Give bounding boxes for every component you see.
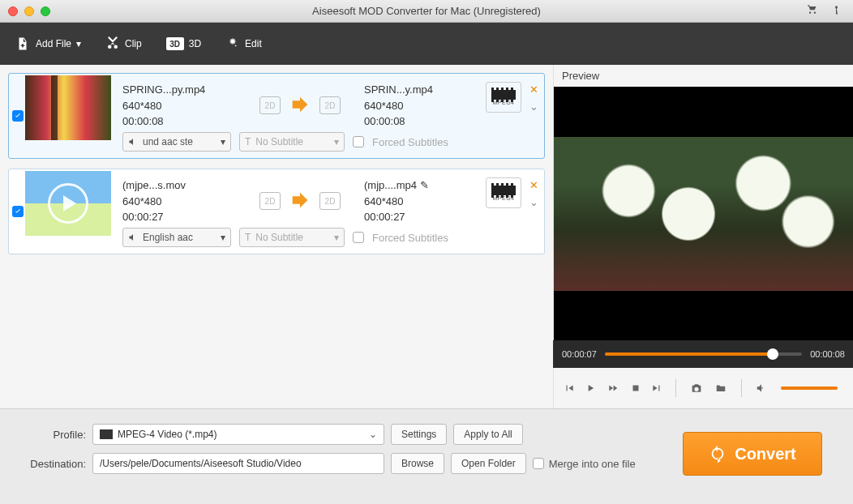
open-folder-button[interactable]: Open Folder [451, 453, 526, 474]
prev-icon[interactable] [564, 382, 575, 394]
chevron-down-icon: ▾ [334, 232, 339, 243]
2d-badge-src: 2D [259, 192, 281, 210]
preview-video[interactable] [553, 87, 853, 340]
source-filename: (mjpe...s.mov [122, 177, 236, 194]
convert-button[interactable]: Convert [683, 432, 822, 476]
source-filename: SPRING...py.mp4 [122, 82, 236, 98]
output-profile-icon[interactable]: MPEG4 [486, 177, 521, 208]
source-meta: SPRING...py.mp4 640*480 00:00:08 [122, 82, 236, 129]
play-overlay-icon [48, 183, 88, 224]
minimize-window[interactable] [24, 6, 34, 16]
edit-button[interactable]: Edit [225, 36, 262, 51]
stop-icon[interactable] [630, 382, 641, 394]
seek-slider[interactable] [605, 352, 802, 356]
item-checkbox[interactable] [11, 171, 25, 252]
expand-item-icon[interactable]: ⌄ [529, 100, 538, 113]
add-file-label: Add File [36, 38, 71, 49]
current-time: 00:00:07 [562, 349, 597, 359]
add-file-button[interactable]: Add File ▾ [15, 36, 81, 51]
bottom-panel: Profile: MPEG-4 Video (*.mp4) ⌄ Settings… [0, 408, 853, 504]
chevron-down-icon: ▾ [221, 136, 225, 147]
source-resolution: 640*480 [122, 98, 236, 114]
fast-forward-icon[interactable] [606, 382, 620, 394]
arrow-right-icon [285, 93, 315, 118]
arrow-right-icon [285, 189, 315, 214]
merge-label: Merge into one file [549, 458, 636, 470]
dest-meta: (mjp....mp4 ✎ 640*480 00:00:27 [364, 177, 478, 224]
audio-track-select[interactable]: und aac ste ▾ [122, 132, 231, 152]
browse-button[interactable]: Browse [391, 453, 444, 474]
toolbar: Add File ▾ Clip 3D 3D Edit [0, 23, 853, 65]
dest-resolution: 640*480 [364, 194, 478, 210]
source-duration: 00:00:27 [122, 209, 236, 225]
close-window[interactable] [8, 6, 18, 16]
three-d-label: 3D [189, 38, 201, 49]
file-item[interactable]: (mjpe...s.mov 640*480 00:00:27 2D 2D (mj… [8, 169, 545, 254]
destination-label: Destination: [16, 458, 86, 470]
merge-checkbox[interactable] [533, 458, 544, 469]
snapshot-icon[interactable] [689, 382, 704, 395]
preview-label: Preview [553, 65, 853, 87]
remove-item-icon[interactable]: ✕ [529, 179, 538, 191]
volume-icon[interactable] [755, 382, 768, 394]
dest-meta: SPRIN...y.mp4 640*480 00:00:08 [364, 82, 478, 129]
dest-filename: SPRIN...y.mp4 [364, 82, 478, 98]
total-time: 00:00:08 [810, 349, 845, 359]
dest-resolution: 640*480 [364, 98, 478, 114]
window-controls [0, 6, 50, 16]
settings-button[interactable]: Settings [391, 424, 447, 445]
edit-name-icon[interactable]: ✎ [420, 179, 429, 191]
titlebar: Aiseesoft MOD Converter for Mac (Unregis… [0, 0, 853, 23]
output-profile-icon[interactable]: MPEG4 [486, 82, 521, 113]
profile-select[interactable]: MPEG-4 Video (*.mp4) ⌄ [92, 424, 384, 445]
apply-all-button[interactable]: Apply to All [453, 424, 522, 445]
source-duration: 00:00:08 [122, 113, 236, 130]
chevron-down-icon: ▾ [334, 136, 339, 147]
thumbnail[interactable] [25, 75, 111, 140]
zoom-window[interactable] [41, 6, 50, 16]
2d-badge-dst: 2D [319, 96, 341, 114]
profile-label: Profile: [16, 429, 86, 441]
audio-track-select[interactable]: English aac ▾ [122, 228, 231, 247]
clip-label: Clip [125, 38, 142, 49]
subtitle-select[interactable]: T No Subtitle ▾ [239, 228, 345, 247]
volume-slider[interactable] [781, 387, 838, 390]
forced-subtitles-checkbox[interactable] [353, 136, 364, 147]
preview-panel: Preview 00:00:07 00:00:08 [553, 65, 853, 408]
add-file-dropdown-icon[interactable]: ▾ [76, 38, 81, 49]
subtitle-select[interactable]: T No Subtitle ▾ [239, 132, 345, 152]
remove-item-icon[interactable]: ✕ [529, 83, 538, 96]
dest-duration: 00:00:27 [364, 209, 478, 225]
dest-duration: 00:00:08 [364, 113, 478, 130]
three-d-button[interactable]: 3D 3D [166, 37, 201, 50]
dest-filename: (mjp....mp4 [364, 179, 417, 191]
seek-handle[interactable] [767, 348, 778, 360]
play-icon[interactable] [585, 382, 596, 394]
edit-label: Edit [245, 38, 262, 49]
key-icon[interactable] [832, 3, 842, 19]
destination-input[interactable]: /Users/pele/Documents/Aiseesoft Studio/V… [92, 453, 384, 474]
folder-icon[interactable] [714, 382, 728, 394]
chevron-down-icon: ⌄ [369, 429, 377, 440]
chevron-down-icon: ▾ [221, 232, 225, 243]
source-meta: (mjpe...s.mov 640*480 00:00:27 [122, 177, 236, 224]
forced-subtitles-label: Forced Subtitles [372, 232, 448, 244]
file-list: SPRING...py.mp4 640*480 00:00:08 2D 2D S… [0, 65, 553, 408]
expand-item-icon[interactable]: ⌄ [529, 196, 538, 208]
playback-controls [553, 368, 853, 408]
preview-frame [554, 137, 853, 291]
thumbnail[interactable] [25, 171, 111, 236]
file-item[interactable]: SPRING...py.mp4 640*480 00:00:08 2D 2D S… [8, 73, 545, 159]
item-checkbox[interactable] [11, 75, 25, 156]
cart-icon[interactable] [806, 3, 819, 19]
next-icon[interactable] [651, 382, 662, 394]
forced-subtitles-checkbox[interactable] [353, 232, 364, 243]
2d-badge-src: 2D [259, 96, 281, 114]
clip-button[interactable]: Clip [105, 36, 142, 51]
window-title: Aiseesoft MOD Converter for Mac (Unregis… [0, 5, 853, 17]
timeline: 00:00:07 00:00:08 [553, 340, 853, 368]
forced-subtitles-label: Forced Subtitles [372, 136, 448, 148]
source-resolution: 640*480 [122, 194, 236, 210]
2d-badge-dst: 2D [319, 192, 341, 210]
